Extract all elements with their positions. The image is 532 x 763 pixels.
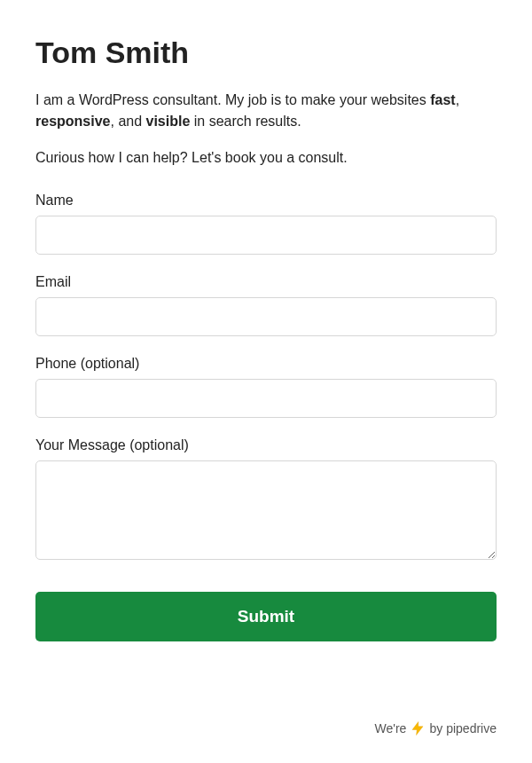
intro-suffix: in search results.	[190, 114, 301, 129]
footer-suffix: by	[429, 721, 442, 735]
message-textarea[interactable]	[35, 460, 497, 560]
form-group-phone: Phone (optional)	[35, 356, 497, 418]
footer-brand: pipedrive	[446, 721, 497, 735]
submit-button[interactable]: Submit	[35, 592, 497, 641]
intro-text: I am a WordPress consultant. My job is t…	[35, 90, 497, 132]
form-group-name: Name	[35, 193, 497, 255]
intro-bold-responsive: responsive	[35, 114, 110, 129]
intro-prefix: I am a WordPress consultant. My job is t…	[35, 92, 430, 107]
intro-sep2: , and	[110, 114, 145, 129]
email-input[interactable]	[35, 297, 497, 336]
intro-bold-visible: visible	[146, 114, 191, 129]
form-group-message: Your Message (optional)	[35, 437, 497, 563]
intro-bold-fast: fast	[430, 92, 455, 107]
form-group-email: Email	[35, 274, 497, 336]
cta-text: Curious how I can help? Let's book you a…	[35, 150, 497, 166]
phone-input[interactable]	[35, 379, 497, 418]
name-input[interactable]	[35, 216, 497, 255]
page-title: Tom Smith	[35, 35, 497, 70]
footer-prefix: We're	[375, 721, 407, 735]
bolt-icon	[410, 720, 426, 736]
footer: We're by pipedrive	[375, 720, 497, 736]
message-label: Your Message (optional)	[35, 437, 497, 453]
name-label: Name	[35, 193, 497, 208]
phone-label: Phone (optional)	[35, 356, 497, 372]
intro-sep1: ,	[456, 92, 459, 107]
email-label: Email	[35, 274, 497, 290]
